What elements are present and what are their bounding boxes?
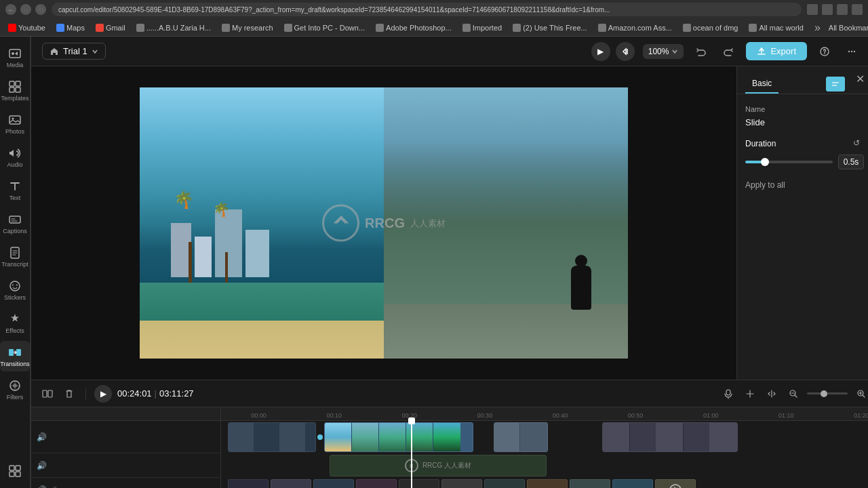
clip-thumb-4[interactable] xyxy=(356,479,397,488)
clip-video-1[interactable] xyxy=(228,422,316,452)
svg-point-28 xyxy=(854,50,855,52)
tool-transitions[interactable]: Transitions xyxy=(0,341,30,371)
clip-thumb-6[interactable] xyxy=(441,479,482,488)
svg-point-1 xyxy=(12,52,14,55)
help-button[interactable] xyxy=(815,42,834,61)
bookmark-oceandmg[interactable]: ocean of dmg xyxy=(680,22,741,33)
more-options-button[interactable] xyxy=(842,42,861,61)
clip-thumb-1[interactable] xyxy=(228,479,269,488)
svg-point-11 xyxy=(12,285,14,286)
export-button[interactable]: Export xyxy=(746,42,807,60)
browser-icon-1[interactable] xyxy=(807,4,818,15)
bookmark-gmail[interactable]: Gmail xyxy=(93,22,128,33)
bookmark-usethisfree[interactable]: (2) Use This Free... xyxy=(510,22,590,33)
timeline-scrollable[interactable]: 00:00 00:10 00:20 00:30 00:40 00:50 01:0… xyxy=(221,407,868,488)
timeline-split-button[interactable] xyxy=(39,386,56,402)
svg-point-26 xyxy=(848,50,850,52)
undo-button[interactable] xyxy=(692,42,711,61)
getintopc-favicon xyxy=(284,24,292,32)
clip-video-4[interactable] xyxy=(602,422,738,452)
duration-slider[interactable] xyxy=(745,161,833,163)
tool-bottom[interactable] xyxy=(0,460,30,483)
imported-favicon xyxy=(462,24,471,32)
panel-close-button[interactable]: ✕ xyxy=(853,72,867,85)
rewind-button[interactable] xyxy=(616,42,635,61)
transition-dot[interactable] xyxy=(317,434,323,440)
bookmark-abu[interactable]: ......A.B.U Zaria H... xyxy=(134,22,214,33)
timeline-play-button[interactable]: ▶ xyxy=(94,385,112,403)
timeline-zoom-in[interactable] xyxy=(853,386,868,402)
tool-effects[interactable]: Effects xyxy=(0,308,30,338)
timeline-zoom-slider[interactable] xyxy=(807,392,848,394)
chevron-down-icon-zoom xyxy=(671,48,678,55)
play-button[interactable]: ▶ xyxy=(591,42,610,61)
clip-thumb-11[interactable] xyxy=(655,479,696,488)
clip-thumb-7[interactable] xyxy=(484,479,525,488)
left-track-video: 🔊 xyxy=(31,421,220,453)
tool-templates[interactable]: Templates xyxy=(0,75,30,106)
duration-header: Duration ↺ xyxy=(745,138,864,149)
more-bookmarks-button[interactable]: » xyxy=(812,22,823,34)
address-bar[interactable]: capcut.com/editor/50802945-589E-41D3-8B6… xyxy=(52,3,802,16)
duration-reset-button[interactable]: ↺ xyxy=(853,138,864,149)
browser-icon-4[interactable] xyxy=(852,4,863,15)
clip-thumb-8[interactable] xyxy=(527,479,568,488)
refresh-button[interactable]: ↻ xyxy=(35,4,46,15)
clip-thumb-10[interactable] xyxy=(612,479,653,488)
panel-basic-tab[interactable]: Basic xyxy=(745,75,778,94)
palm-leaves-2: 🌴 xyxy=(213,201,230,218)
forward-button[interactable]: → xyxy=(20,4,31,15)
tool-filters[interactable]: Filters xyxy=(0,374,30,405)
browser-icon-3[interactable] xyxy=(837,4,848,15)
timeline-option2[interactable] xyxy=(742,386,758,402)
clip-thumb-9[interactable] xyxy=(570,479,610,488)
browser-icon-2[interactable] xyxy=(822,4,833,15)
tool-captions[interactable]: Captions xyxy=(0,208,30,239)
clip-video-3[interactable] xyxy=(494,422,548,452)
clip-thumb-2[interactable] xyxy=(271,479,311,488)
svg-rect-19 xyxy=(9,472,14,476)
tool-audio[interactable]: Audio xyxy=(0,142,30,172)
zoom-control[interactable]: 100% xyxy=(643,44,684,59)
redo-button[interactable] xyxy=(719,42,738,61)
timeline-delete-button[interactable] xyxy=(61,386,77,402)
timeline-area: ▶ 00:24:01 | 03:11:27 xyxy=(31,380,868,488)
timeline-zoom-out[interactable] xyxy=(785,386,802,402)
bookmark-photoshop[interactable]: Adobe Photoshop... xyxy=(373,22,454,33)
bookmark-imported[interactable]: Imported xyxy=(460,22,505,33)
bookmark-getintopc[interactable]: Get Into PC - Down... xyxy=(281,22,368,33)
video-vol-icon[interactable]: 🔊 xyxy=(37,432,47,442)
tool-stickers[interactable]: Stickers xyxy=(0,274,30,305)
timeline-zoom-slider-container xyxy=(807,392,848,394)
back-button[interactable]: ← xyxy=(5,4,16,15)
bookmark-youtube[interactable]: Youtube xyxy=(5,22,48,33)
ruler-tick-5: 00:50 xyxy=(598,412,673,419)
bookmark-research[interactable]: My research xyxy=(219,22,276,33)
ruler-tick-0: 00:00 xyxy=(221,412,296,419)
duration-section: Duration ↺ 0.5s xyxy=(745,138,864,169)
tool-transcript[interactable]: Transcript xyxy=(0,241,30,272)
tool-media[interactable]: Media xyxy=(0,42,30,73)
tool-photos[interactable]: Photos xyxy=(0,108,30,139)
clip-thumb-3[interactable] xyxy=(313,479,354,488)
audio-record-button[interactable] xyxy=(720,386,736,402)
captions-icon xyxy=(7,212,22,227)
audio1-vol-icon[interactable]: 🔊 xyxy=(37,461,47,470)
filters-icon xyxy=(7,378,22,393)
bookmark-amazon[interactable]: Amazon.com Ass... xyxy=(595,22,675,33)
all-bookmarks-button[interactable]: All Bookmarks xyxy=(829,24,868,32)
clip-thumb-5[interactable] xyxy=(399,479,439,488)
timeline-split-clip[interactable] xyxy=(764,386,780,402)
clip-video-2[interactable] xyxy=(324,422,473,452)
project-name-button[interactable]: Trial 1 xyxy=(42,43,106,60)
amazon-favicon xyxy=(598,24,606,32)
clip-logo[interactable]: R RRCG 人人素材 xyxy=(330,455,547,476)
apply-all-button[interactable]: Apply to all xyxy=(745,180,785,190)
bookmark-allmac[interactable]: All mac world xyxy=(746,22,806,33)
svg-rect-6 xyxy=(9,116,20,124)
bookmark-maps[interactable]: Maps xyxy=(54,22,87,33)
usethisfree-favicon xyxy=(513,24,521,32)
tool-text[interactable]: Text xyxy=(0,175,30,205)
audio2-vol-icon[interactable]: 🔊 xyxy=(37,485,47,489)
svg-rect-13 xyxy=(9,349,14,356)
